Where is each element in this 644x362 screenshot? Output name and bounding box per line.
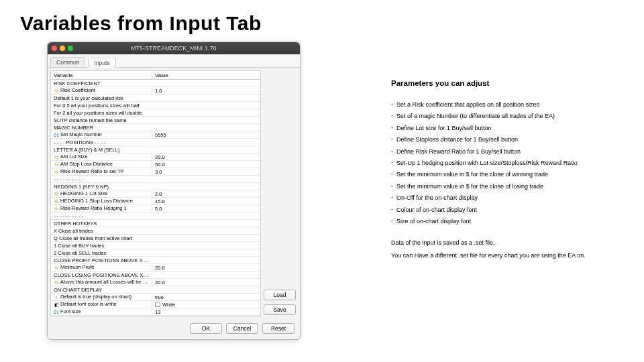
table-row: OTHER HOTKEYS bbox=[51, 220, 260, 227]
color-swatch[interactable] bbox=[155, 302, 160, 307]
cell-variable: ½AM Lot Size bbox=[51, 154, 152, 160]
cell-variable: SL/TP distance remain the same bbox=[51, 117, 152, 123]
cell-value: 20.0 bbox=[155, 265, 165, 271]
tab-inputs[interactable]: Inputs bbox=[88, 58, 115, 68]
cell-variable: ½HEDGING 1 Stop Loss Distance bbox=[51, 198, 152, 204]
cell-variable: 01Set Magic Number bbox=[51, 131, 152, 137]
fraction-icon: ½ bbox=[54, 280, 59, 286]
table-row[interactable]: ½HEDGING 1 Stop Loss Distance15.0 bbox=[51, 198, 260, 205]
fraction-icon: ½ bbox=[54, 162, 59, 168]
fraction-icon: ½ bbox=[54, 155, 59, 160]
cell-variable: ½AM Stop Loss Distance bbox=[51, 161, 152, 167]
table-row: MAGIC NUMBER bbox=[51, 124, 260, 131]
list-item: Set a Risk coefficient that applies on a… bbox=[391, 101, 586, 110]
right-heading: Parameters you can adjust bbox=[391, 78, 586, 90]
list-item: On-Off for the on-chart display bbox=[391, 194, 586, 203]
fraction-icon: ½ bbox=[54, 192, 59, 197]
page-title: Variables from Input Tab bbox=[0, 0, 644, 42]
list-item: Colour of on-chart display font bbox=[391, 206, 586, 215]
cell-value: 15.0 bbox=[155, 198, 165, 204]
cell-variable: LETTER A (BUY) & M (SELL) bbox=[51, 147, 152, 153]
cell-value: 1.0 bbox=[155, 88, 162, 94]
load-button[interactable]: Load bbox=[264, 290, 296, 300]
table-row[interactable]: ½AM Stop Loss Distance50.0 bbox=[51, 161, 260, 168]
list-item: Set the minimum value in $ for the close… bbox=[391, 170, 586, 180]
cell-value: 3.0 bbox=[155, 169, 162, 175]
save-button[interactable]: Save bbox=[264, 304, 296, 315]
table-row: - - - - - - - - - - bbox=[51, 176, 260, 183]
cell-variable: CLOSE PROFIT POSITIONS ABOVE X $ KEY 5 N… bbox=[51, 257, 152, 263]
cell-variable: For 0.5 all your positions sizes will ha… bbox=[51, 103, 152, 109]
cell-value: 50.0 bbox=[155, 162, 165, 168]
table-row[interactable]: ◧Default font color is whiteWhite bbox=[51, 301, 260, 308]
fraction-icon: ½ bbox=[54, 170, 59, 175]
list-item: Define Lot size for 1 Buy/sell button bbox=[391, 124, 586, 133]
table-row: 1 Close all BUY trades bbox=[51, 242, 260, 249]
side-buttons: Load Save bbox=[264, 68, 300, 319]
cell-variable: RISK COEFFICIENT bbox=[51, 80, 152, 86]
bool-icon: ↕ bbox=[54, 295, 59, 300]
inputs-grid: Variable Value RISK COEFFICIENT½Risk Coe… bbox=[50, 70, 261, 316]
cell-variable: ½Risk-Reward Ratio Hedging 1 bbox=[51, 205, 152, 211]
cell-value: 13 bbox=[155, 309, 160, 315]
table-row: Q Close all trades from active chart bbox=[51, 235, 260, 242]
cancel-button[interactable]: Cancel bbox=[226, 323, 258, 334]
fraction-icon: ½ bbox=[54, 265, 59, 271]
window-title: MT5-STREAMDECK_MINI 1.70 bbox=[48, 45, 300, 52]
table-row[interactable]: ↕Default is true (display on chart)true bbox=[51, 294, 260, 301]
cell-variable: Q Close all trades from active chart bbox=[51, 235, 152, 241]
cell-variable: ½Risk-Reward Ratio to set TP bbox=[51, 168, 152, 174]
list-item: Define Risk Reward Ratio for 1 Buy/sell … bbox=[391, 147, 586, 157]
list-item: Set the minimum value in $ for the close… bbox=[391, 182, 586, 192]
table-row[interactable]: ½Risk-Reward Ratio Hedging 15.0 bbox=[51, 205, 260, 213]
table-row: 2 Close all SELL trades bbox=[51, 249, 260, 257]
cell-variable: MAGIC NUMBER bbox=[51, 125, 152, 131]
cell-value: true bbox=[155, 294, 164, 300]
grid-header: Variable Value bbox=[51, 71, 260, 80]
table-row[interactable]: 01Font size13 bbox=[51, 308, 260, 316]
note-per-chart: You can Have a different .set file for e… bbox=[391, 251, 586, 261]
table-row: Default 1 is your calculated risk bbox=[51, 95, 260, 102]
table-row: X Close all trades bbox=[51, 227, 260, 235]
list-item: Define Stoploss distance for 1 Buy/sell … bbox=[391, 135, 586, 145]
cell-variable: Default 1 is your calculated risk bbox=[51, 95, 152, 101]
list-item: Set-Up 1 hedging position with Lot size/… bbox=[391, 159, 586, 168]
col-header-variable: Variable bbox=[51, 72, 152, 78]
cell-variable: For 2 all your positions sizes will doub… bbox=[51, 110, 152, 116]
cell-variable: ½Risk Coefficient bbox=[51, 87, 152, 93]
cell-value: 20.0 bbox=[155, 154, 165, 160]
table-row: CLOSE LOSING POSITIONS ABOVE X $ KEY 6 N… bbox=[51, 272, 260, 279]
table-row[interactable]: ½Risk Coefficient1.0 bbox=[51, 87, 260, 95]
table-row: RISK COEFFICIENT bbox=[51, 80, 260, 87]
table-row[interactable]: ½Minimum Profit20.0 bbox=[51, 264, 260, 272]
table-row[interactable]: ½AM Lot Size20.0 bbox=[51, 154, 260, 161]
cell-value: 20.0 bbox=[155, 280, 165, 286]
cell-variable: 01Font size bbox=[51, 308, 152, 314]
cell-variable: 2 Close all SELL trades bbox=[51, 250, 152, 256]
cell-value: 5.0 bbox=[155, 206, 162, 212]
tab-common[interactable]: Common bbox=[50, 57, 85, 67]
table-row[interactable]: ½Risk-Reward Ratio to set TP3.0 bbox=[51, 168, 260, 176]
table-row: CLOSE PROFIT POSITIONS ABOVE X $ KEY 5 N… bbox=[51, 257, 260, 264]
cell-value: White bbox=[162, 302, 175, 308]
cell-variable: HEDGING 1 (KEY 0 NP) bbox=[51, 184, 152, 190]
number-icon: 01 bbox=[54, 133, 59, 138]
table-row[interactable]: ½HEDGING 1 Lot Size2.0 bbox=[51, 190, 260, 198]
cell-variable: 1 Close all BUY trades bbox=[51, 243, 152, 249]
reset-button[interactable]: Reset bbox=[262, 323, 294, 334]
cell-value: 5555 bbox=[155, 132, 166, 138]
cell-variable: ½HEDGING 1 Lot Size bbox=[51, 190, 152, 196]
table-row: SL/TP distance remain the same bbox=[51, 117, 260, 124]
cell-variable: ½Minimum Profit bbox=[51, 264, 152, 270]
table-row: For 0.5 all your positions sizes will ha… bbox=[51, 102, 260, 109]
tab-bar: Common Inputs bbox=[48, 54, 300, 68]
table-row[interactable]: ½Above this amount all Losses will be cl… bbox=[51, 279, 260, 286]
right-panel: Parameters you can adjust Set a Risk coe… bbox=[301, 42, 586, 340]
list-item: Set of a magic Number (to differentiate … bbox=[391, 112, 586, 121]
cell-variable: ↕Default is true (display on chart) bbox=[51, 294, 152, 300]
ok-button[interactable]: OK bbox=[190, 323, 222, 334]
cell-variable: ON CHART DISPLAY bbox=[51, 287, 152, 293]
table-row[interactable]: 01Set Magic Number5555 bbox=[51, 131, 260, 139]
fraction-icon: ½ bbox=[54, 88, 59, 94]
table-row: ON CHART DISPLAY bbox=[51, 286, 260, 294]
